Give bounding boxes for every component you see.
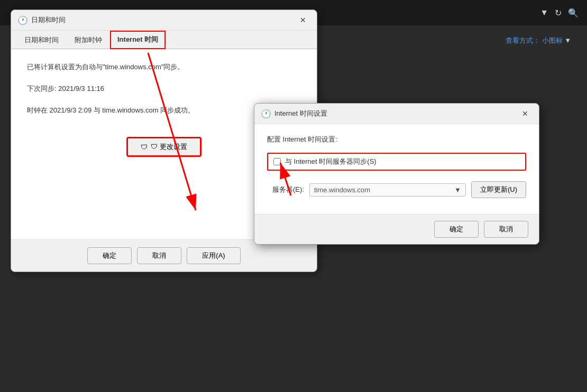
internet-sync-row: 与 Internet 时间服务器同步(S) [267,153,526,171]
tab-date-time[interactable]: 日期和时间 [16,31,67,49]
server-label: 服务器(E): [272,185,304,194]
datetime-title-left: 🕐 日期和时间 [17,15,66,25]
internet-cancel-button[interactable]: 取消 [484,221,528,238]
server-row: 服务器(E): time.windows.com ▼ 立即更新(U) [267,181,526,198]
internet-config-label: 配置 Internet 时间设置: [267,135,526,144]
internet-titlebar: 🕐 Internet 时间设置 ✕ [254,104,539,124]
sync-description: 已将计算机设置为自动与"time.windows.com"同步。 [27,62,301,73]
datetime-apply-button[interactable]: 应用(A) [187,247,240,264]
datetime-close-button[interactable]: ✕ [296,14,310,26]
server-dropdown-icon: ▼ [454,186,461,194]
change-settings-button[interactable]: 🛡 🛡 更改设置 [126,137,201,157]
server-value: time.windows.com [314,186,370,194]
server-select[interactable]: time.windows.com ▼ [309,183,466,197]
sync-checkbox[interactable] [273,158,281,165]
internet-title: Internet 时间设置 [274,109,327,118]
internet-icon: 🕐 [261,109,271,119]
change-settings-label: 🛡 更改设置 [151,142,187,152]
datetime-tabs: 日期和时间 附加时钟 Internet 时间 [11,31,317,49]
refresh-icon[interactable]: ↻ [555,8,562,18]
sync-label: 与 Internet 时间服务器同步(S) [285,157,377,166]
internet-close-button[interactable]: ✕ [518,108,533,119]
datetime-titlebar: 🕐 日期和时间 ✕ [11,10,317,31]
dropdown-icon[interactable]: ▼ [540,8,548,17]
internet-title-left: 🕐 Internet 时间设置 [261,109,327,119]
internet-footer: 确定 取消 [254,214,539,244]
shield-icon: 🛡 [141,143,148,151]
internet-controls: ✕ [518,108,533,119]
tab-internet-time[interactable]: Internet 时间 [110,31,166,49]
dialog-internet-time: 🕐 Internet 时间设置 ✕ 配置 Internet 时间设置: 与 In… [254,103,539,245]
internet-ok-button[interactable]: 确定 [434,221,479,238]
datetime-cancel-button[interactable]: 取消 [137,247,181,264]
next-sync: 下次同步: 2021/9/3 11:16 [27,83,301,95]
datetime-title: 日期和时间 [31,15,66,25]
datetime-ok-button[interactable]: 确定 [87,247,132,264]
tab-additional-clock[interactable]: 附加时钟 [67,31,110,49]
datetime-controls: ✕ [296,14,310,26]
search-icon[interactable]: 🔍 [568,8,579,18]
internet-body: 配置 Internet 时间设置: 与 Internet 时间服务器同步(S) … [254,124,539,214]
update-now-button[interactable]: 立即更新(U) [471,181,526,198]
view-mode-link[interactable]: 小图标 [542,36,563,44]
datetime-icon: 🕐 [17,15,28,25]
